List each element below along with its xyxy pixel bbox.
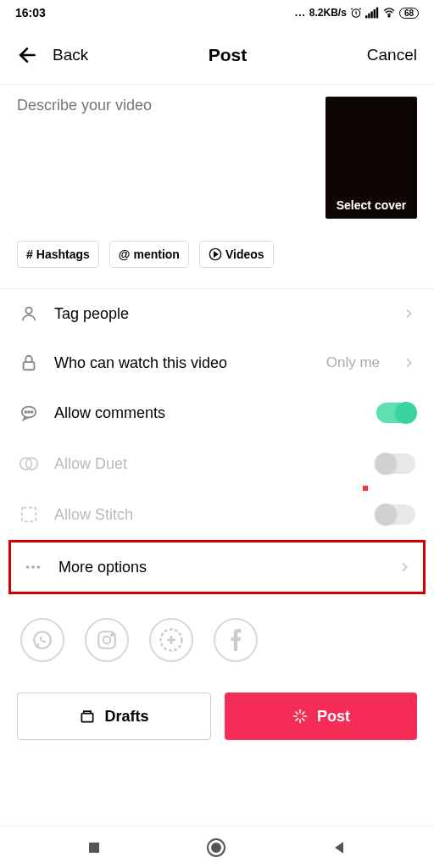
wifi-icon xyxy=(382,7,396,19)
svg-point-23 xyxy=(111,634,113,636)
duet-icon xyxy=(19,454,39,473)
svg-rect-4 xyxy=(373,9,375,18)
nav-bar: Back Post Cancel xyxy=(0,25,434,85)
cancel-button[interactable]: Cancel xyxy=(367,46,417,64)
svg-rect-1 xyxy=(365,15,367,18)
hash-icon: # xyxy=(26,248,33,261)
svg-rect-25 xyxy=(82,714,93,722)
status-indicators: ... 8.2KB/s 68 xyxy=(295,7,419,19)
chip-row: # Hashtags @ mention Videos xyxy=(0,236,434,289)
at-icon: @ xyxy=(119,248,131,261)
tag-people-row[interactable]: Tag people xyxy=(7,289,427,338)
tag-people-label: Tag people xyxy=(54,305,387,323)
svg-point-6 xyxy=(388,15,390,17)
allow-stitch-toggle xyxy=(376,504,415,525)
description-input[interactable] xyxy=(17,97,315,198)
cover-selector[interactable]: Select cover xyxy=(326,97,417,219)
mention-chip-label: mention xyxy=(133,248,179,261)
svg-rect-2 xyxy=(368,14,370,19)
share-row xyxy=(0,594,434,676)
privacy-value: Only me xyxy=(326,354,380,371)
status-time: 16:03 xyxy=(15,6,46,19)
svg-rect-9 xyxy=(24,362,35,370)
drafts-button[interactable]: Drafts xyxy=(17,693,211,740)
settings-list: Tag people Who can watch this video Only… xyxy=(0,289,434,594)
allow-stitch-label: Allow Stitch xyxy=(54,506,361,524)
svg-point-13 xyxy=(31,411,33,413)
whatsapp-icon xyxy=(31,629,53,651)
hashtags-chip-label: Hashtags xyxy=(36,248,90,261)
story-plus-icon xyxy=(159,627,184,653)
svg-point-20 xyxy=(34,632,51,648)
allow-comments-row: Allow comments xyxy=(7,387,427,438)
battery-indicator: 68 xyxy=(399,8,419,19)
more-options-label: More options xyxy=(58,559,382,576)
videos-chip[interactable]: Videos xyxy=(199,241,274,268)
action-buttons: Drafts Post xyxy=(0,676,434,760)
svg-point-12 xyxy=(28,411,30,413)
instagram-share[interactable] xyxy=(85,618,129,662)
status-data-rate: 8.2KB/s xyxy=(309,7,347,19)
svg-rect-5 xyxy=(376,8,378,19)
post-spark-icon xyxy=(292,708,309,725)
drafts-icon xyxy=(79,708,96,725)
svg-point-22 xyxy=(103,637,111,644)
allow-duet-row: Allow Duet xyxy=(7,438,427,489)
page-title: Post xyxy=(209,45,248,65)
home-button[interactable] xyxy=(206,837,226,858)
play-circle-icon xyxy=(209,248,222,261)
more-icon xyxy=(23,558,43,576)
chevron-right-icon xyxy=(402,307,415,320)
alarm-icon xyxy=(350,7,362,19)
story-share[interactable] xyxy=(149,618,193,662)
more-options-row[interactable]: More options xyxy=(8,540,426,594)
allow-duet-toggle xyxy=(376,453,415,474)
svg-point-18 xyxy=(31,565,35,569)
back-nav-button[interactable] xyxy=(331,839,348,856)
svg-rect-16 xyxy=(22,508,36,522)
lock-icon xyxy=(19,353,39,372)
person-icon xyxy=(19,304,39,323)
signal-icon xyxy=(365,7,379,19)
compose-area: Select cover xyxy=(0,85,434,236)
svg-point-17 xyxy=(26,565,30,569)
svg-rect-26 xyxy=(89,843,99,853)
svg-point-8 xyxy=(25,308,31,314)
allow-comments-label: Allow comments xyxy=(54,404,361,422)
chevron-right-icon xyxy=(402,356,415,370)
recent-apps-button[interactable] xyxy=(86,840,102,855)
svg-point-11 xyxy=(25,411,26,413)
indicator-dot xyxy=(363,486,368,491)
hashtags-chip[interactable]: # Hashtags xyxy=(17,241,99,268)
system-nav xyxy=(0,826,434,868)
post-button[interactable]: Post xyxy=(225,693,417,740)
allow-comments-toggle[interactable] xyxy=(376,403,415,423)
facebook-share[interactable] xyxy=(214,618,258,662)
videos-chip-label: Videos xyxy=(225,248,264,261)
whatsapp-share[interactable] xyxy=(20,618,64,662)
instagram-icon xyxy=(96,629,118,651)
allow-duet-label: Allow Duet xyxy=(54,455,361,473)
chevron-right-icon xyxy=(398,560,411,574)
comment-icon xyxy=(19,403,39,422)
cover-label: Select cover xyxy=(326,198,417,212)
back-button[interactable]: Back xyxy=(53,46,88,64)
svg-point-19 xyxy=(37,565,41,569)
allow-stitch-row: Allow Stitch xyxy=(7,489,427,540)
post-label: Post xyxy=(317,708,350,726)
status-bar: 16:03 ... 8.2KB/s 68 xyxy=(0,0,434,25)
facebook-icon xyxy=(230,629,242,651)
svg-point-28 xyxy=(212,843,220,852)
back-arrow-icon[interactable] xyxy=(17,44,39,66)
drafts-label: Drafts xyxy=(104,708,148,726)
mention-chip[interactable]: @ mention xyxy=(109,241,189,268)
privacy-row[interactable]: Who can watch this video Only me xyxy=(7,338,427,387)
svg-rect-3 xyxy=(370,11,372,18)
stitch-icon xyxy=(19,505,39,524)
privacy-label: Who can watch this video xyxy=(54,354,311,372)
